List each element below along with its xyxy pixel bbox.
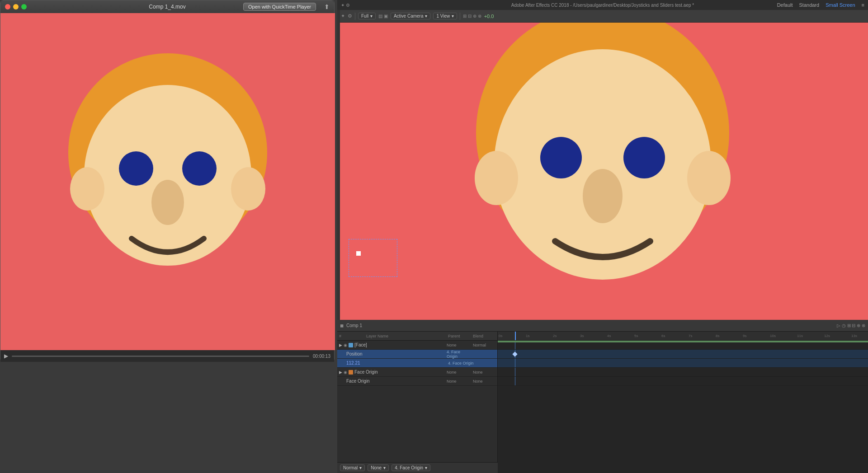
- ae-viewer-settings-icon[interactable]: ⚙: [348, 13, 352, 19]
- timeline-comp-icon: ◼: [340, 323, 344, 328]
- tick-8: 8s: [716, 334, 719, 338]
- ae-workspace-standard[interactable]: Standard: [799, 2, 820, 8]
- qt-time-display: 00:00:13: [313, 354, 330, 359]
- track-row-2: [498, 350, 868, 359]
- layer-vis-icon-2: ◉: [344, 370, 347, 375]
- track-row-3: [498, 359, 868, 368]
- pos-parent-value: 4. Face Origin: [448, 361, 495, 365]
- qt-controls: ▶ 00:00:13: [0, 350, 334, 362]
- svg-point-1: [84, 85, 251, 266]
- view-label: 1 View: [436, 14, 450, 19]
- qt-traffic-lights: [5, 4, 27, 9]
- layer-vis-icon: ◉: [344, 343, 347, 347]
- face-illustration-right: [444, 23, 761, 320]
- parent-label: 4. Face Origin: [395, 465, 423, 470]
- layer-row-face[interactable]: ▶ ◉ [Face] None Normal: [337, 341, 497, 350]
- layer-bottom-bar: Normal ▾ None ▾ 4. Face Origin ▾: [337, 462, 498, 473]
- view-dropdown[interactable]: 1 View ▾: [433, 13, 457, 19]
- ae-viewer-toolbar: ✦ ⚙ Full ▾ ▤ ▣ Active Camera ▾ 1 View ▾ …: [337, 10, 868, 23]
- blend-mode-label: Normal: [343, 465, 358, 470]
- tick-11: 11s: [797, 334, 803, 338]
- camera-chevron: ▾: [425, 14, 427, 19]
- layers-panel: # Layer Name Parent Blend ▶ ◉ [Face] Non…: [337, 332, 498, 473]
- qt-minimize-button[interactable]: [13, 4, 19, 9]
- track-matte-label: None: [371, 465, 382, 470]
- svg-point-2: [70, 167, 104, 211]
- ae-comp-bg: [337, 23, 868, 320]
- playhead-marker-top: [515, 332, 516, 340]
- viewer-value-display: +0.0: [484, 14, 494, 19]
- ae-workspace-controls: Default Standard Small Screen ≡: [777, 2, 864, 8]
- svg-point-8: [494, 49, 711, 280]
- zoom-label: Full: [361, 14, 368, 19]
- zoom-dropdown[interactable]: Full ▾: [358, 13, 376, 19]
- tick-7: 7s: [689, 334, 692, 338]
- svg-point-9: [475, 151, 518, 205]
- col-name: Layer Name: [366, 334, 448, 338]
- layer-row-position[interactable]: Position 4. Face Origin: [337, 350, 497, 359]
- svg-point-11: [540, 137, 582, 178]
- ae-workspace-menu-icon[interactable]: ≡: [862, 2, 864, 8]
- qt-maximize-button[interactable]: [21, 4, 27, 9]
- svg-point-12: [623, 137, 665, 178]
- ae-workspace-small-screen[interactable]: Small Screen: [826, 2, 855, 8]
- tick-12: 12s: [824, 334, 830, 338]
- tick-5: 5s: [634, 334, 638, 338]
- tick-4: 4s: [607, 334, 611, 338]
- timeline-toolbar: ◼ Comp 1 ▷ ◷ ⊞ ⊟ ⊕ ⊗: [337, 320, 868, 332]
- layer-row-origin-sub: Face Origin None None: [337, 377, 497, 386]
- origin-sub-parent: None: [447, 379, 472, 384]
- tick-2: 2s: [553, 334, 557, 338]
- viewer-toggle-icons: ▤ ▣: [378, 14, 388, 19]
- tick-1: 1s: [526, 334, 529, 338]
- blend-mode-dropdown[interactable]: Normal ▾: [340, 464, 365, 471]
- qt-open-quicktime-button[interactable]: Open with QuickTime Player: [243, 3, 316, 11]
- camera-label: Active Camera: [394, 14, 424, 19]
- face-illustration-left: [50, 35, 285, 306]
- keyframe-1: [512, 351, 517, 356]
- quicktime-window: Comp 1_4.mov Open with QuickTime Player …: [0, 0, 335, 361]
- qt-title: Comp 1_4.mov: [149, 4, 185, 10]
- toolbar-separator-2: [460, 13, 460, 20]
- tick-3: 3s: [580, 334, 584, 338]
- ae-workspace-default[interactable]: Default: [777, 2, 793, 8]
- qt-share-button[interactable]: ⬆: [324, 3, 330, 10]
- view-chevron: ▾: [452, 14, 454, 19]
- tick-6: 6s: [661, 334, 665, 338]
- layer-name-position: Position: [346, 351, 445, 356]
- layer-expand-icon-2: ▶: [339, 370, 342, 375]
- track-row-5: [498, 377, 868, 386]
- layer-color-face: [349, 343, 353, 347]
- blend-chevron: ▾: [359, 465, 362, 470]
- tick-9: 9s: [743, 334, 746, 338]
- timeline-comp-name: Comp 1: [346, 323, 362, 328]
- origin-sub-blend: None: [473, 379, 495, 384]
- svg-point-4: [119, 151, 153, 186]
- svg-point-5: [182, 151, 217, 186]
- svg-point-3: [231, 167, 265, 211]
- qt-progress-bar[interactable]: [12, 356, 309, 357]
- layer-row-pos-value[interactable]: 112.21 4. Face Origin: [337, 359, 497, 368]
- tick-13: 13s: [851, 334, 857, 338]
- ae-menubar: ✦ ⚙ Adobe After Effects CC 2018 - /Users…: [337, 0, 868, 10]
- qt-play-button[interactable]: ▶: [4, 353, 8, 359]
- zoom-chevron: ▾: [370, 14, 373, 19]
- layer-blend-origin: None: [473, 370, 495, 375]
- layer-row-faceorigin[interactable]: ▶ ◉ Face Origin None None: [337, 368, 497, 377]
- track-row-4: [498, 368, 868, 377]
- track-playhead-4: [515, 368, 515, 376]
- parent-dropdown[interactable]: 4. Face Origin ▾: [392, 464, 430, 471]
- svg-point-10: [687, 151, 731, 205]
- camera-dropdown[interactable]: Active Camera ▾: [391, 13, 431, 19]
- matte-chevron: ▾: [383, 465, 386, 470]
- svg-point-6: [151, 180, 184, 225]
- work-area-bar: [498, 341, 868, 342]
- track-matte-dropdown[interactable]: None ▾: [368, 464, 389, 471]
- tracks-panel: 0s 1s 2s 3s 4s 5s 6s 7s 8s 9s 10s 11s 12…: [498, 332, 868, 473]
- layer-parent-position: 4. Face Origin: [447, 350, 472, 359]
- ae-timeline-section: ◼ Comp 1 ▷ ◷ ⊞ ⊟ ⊕ ⊗ # Layer Name Parent…: [337, 320, 868, 473]
- qt-close-button[interactable]: [5, 4, 10, 9]
- track-playhead-5: [515, 377, 515, 385]
- qt-video-area: [0, 13, 335, 350]
- parent-chevron: ▾: [425, 465, 427, 470]
